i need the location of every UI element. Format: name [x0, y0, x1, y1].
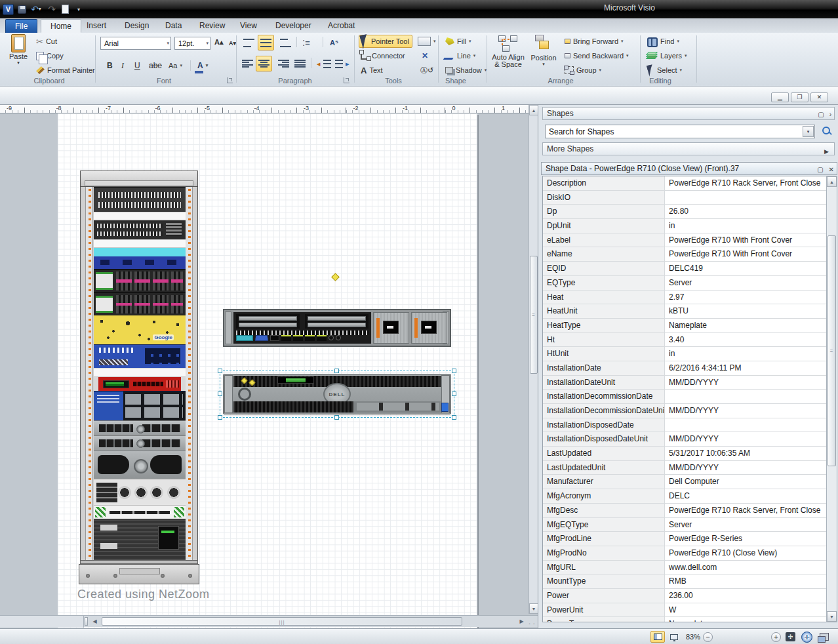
- shape-data-value[interactable]: in: [665, 219, 826, 233]
- tab-review[interactable]: Review: [190, 19, 234, 33]
- search-icon[interactable]: [822, 126, 832, 136]
- copy-button[interactable]: Copy: [34, 49, 66, 62]
- restore-window-button[interactable]: ❐: [791, 92, 808, 102]
- zoom-out-button[interactable]: −: [703, 631, 713, 643]
- rack-unit-cyan-appliance[interactable]: [94, 248, 186, 269]
- more-shapes-button[interactable]: More Shapes ▶: [542, 142, 835, 155]
- control-handle-diamond[interactable]: [331, 273, 340, 281]
- tab-home[interactable]: Home: [41, 19, 81, 33]
- shape-data-value[interactable]: PowerEdge R710 With Front Cover: [665, 247, 826, 261]
- new-document-button[interactable]: [62, 5, 69, 14]
- tab-data[interactable]: Data: [156, 19, 191, 33]
- rack-unit-switch-pair[interactable]: [94, 220, 186, 239]
- selection-handle[interactable]: [452, 415, 456, 420]
- connection-point-tool-button[interactable]: ✕: [420, 49, 430, 62]
- shape-data-value[interactable]: [665, 418, 826, 432]
- switch-windows-button[interactable]: [820, 631, 829, 643]
- rack-unit-google-appliance[interactable]: Google: [94, 315, 186, 344]
- shape-data-value[interactable]: kBTU: [665, 304, 826, 318]
- selection-handle[interactable]: [334, 415, 339, 420]
- selection-handle[interactable]: [218, 392, 222, 396]
- drawing-canvas[interactable]: -9-8-7-6-5-4-3-2-101 Google: [0, 105, 538, 628]
- tab-insert[interactable]: Insert: [77, 19, 115, 33]
- shape-data-value[interactable]: 2.97: [665, 291, 826, 304]
- undo-button[interactable]: ↶▾: [30, 3, 42, 15]
- selection-handle[interactable]: [218, 369, 222, 373]
- shape-data-value[interactable]: MM/DD/YYYY: [665, 432, 826, 446]
- rack-unit-blade-storage[interactable]: [94, 391, 186, 420]
- group-button[interactable]: Group▾: [563, 64, 603, 77]
- align-middle-button[interactable]: [258, 35, 274, 50]
- zoom-in-button[interactable]: +: [771, 631, 781, 643]
- shape-data-value[interactable]: MM/DD/YYYY: [665, 461, 826, 475]
- text-block-tool-button[interactable]: Ⓐ↺: [418, 64, 435, 77]
- shape-data-value[interactable]: PowerEdge R710 With Front Cover: [665, 233, 826, 247]
- shapes-panel-header[interactable]: Shapes ▢›: [542, 107, 835, 120]
- format-painter-button[interactable]: Format Painter: [34, 64, 97, 77]
- whole-page-view-button[interactable]: [650, 631, 665, 643]
- rack-unit-juniper-router[interactable]: [94, 344, 186, 368]
- rack-unit-f5-appliance[interactable]: [94, 377, 186, 391]
- grow-font-button[interactable]: A▴: [212, 35, 225, 49]
- cut-button[interactable]: ✂Cut: [34, 35, 59, 48]
- shape-data-value[interactable]: MM/DD/YYYY: [665, 376, 826, 390]
- rack-unit-patch-panel[interactable]: [94, 187, 186, 212]
- scroll-up-button[interactable]: ▲: [529, 105, 538, 115]
- drawing-page[interactable]: Google: [58, 113, 477, 628]
- increase-indent-button[interactable]: ▸: [333, 57, 351, 70]
- font-size-select[interactable]: 12pt.▾: [174, 37, 210, 50]
- align-center-button[interactable]: [256, 56, 272, 71]
- text-tool-button[interactable]: AText: [359, 64, 385, 77]
- bullets-button[interactable]: ⁚≡: [300, 36, 312, 49]
- server-rack-shape[interactable]: Google: [80, 171, 198, 584]
- align-left-button[interactable]: [240, 57, 255, 70]
- scroll-up-button[interactable]: ▲: [827, 176, 837, 187]
- close-window-button[interactable]: ✕: [810, 92, 828, 102]
- shadow-button[interactable]: Shadow▾: [443, 64, 489, 77]
- app-icon[interactable]: V: [3, 4, 14, 15]
- rack-unit-dell-1u-server-b[interactable]: [94, 435, 186, 450]
- save-button[interactable]: [18, 5, 26, 14]
- scroll-down-button[interactable]: ▼: [827, 611, 837, 622]
- rack-unit-storage-array-a[interactable]: [94, 269, 186, 292]
- shape-data-value[interactable]: PowerEdge R710 Rack Server, Front Close: [665, 504, 826, 517]
- shape-data-value[interactable]: in: [665, 347, 826, 361]
- tab-design[interactable]: Design: [115, 19, 158, 33]
- bring-forward-button[interactable]: Bring Forward▾: [563, 35, 626, 48]
- fill-button[interactable]: Fill▾: [443, 35, 473, 48]
- fit-page-button[interactable]: ✣: [786, 631, 795, 643]
- text-direction-button[interactable]: A⁵: [328, 36, 340, 49]
- customize-qat-button[interactable]: ▾: [73, 3, 85, 15]
- pointer-tool-button[interactable]: Pointer Tool: [359, 35, 412, 48]
- shape-data-value[interactable]: [665, 390, 826, 403]
- close-panel-icon[interactable]: ✕: [829, 164, 834, 176]
- tab-view[interactable]: View: [231, 19, 266, 33]
- paragraph-dialog-launcher[interactable]: [344, 77, 349, 83]
- align-bottom-button[interactable]: [278, 36, 293, 49]
- rack-unit-ups-stack[interactable]: [94, 519, 186, 560]
- align-right-button[interactable]: [276, 57, 291, 70]
- collapse-panel-icon[interactable]: ›: [829, 109, 831, 121]
- scrollbar-splitter[interactable]: [85, 617, 88, 626]
- shape-data-value[interactable]: PowerEdge R710 (Close View): [665, 546, 826, 560]
- shape-data-value[interactable]: PowerEdge R710 Rack Server, Front Close: [665, 176, 826, 190]
- search-input[interactable]: [545, 125, 815, 138]
- bold-button[interactable]: B: [105, 59, 115, 72]
- shape-data-value[interactable]: Server: [665, 276, 826, 290]
- selection-handle[interactable]: [334, 369, 339, 373]
- auto-align-space-button[interactable]: Auto Align & Space: [490, 34, 526, 76]
- font-dialog-launcher[interactable]: [227, 77, 233, 83]
- rack-unit-storage-array-b[interactable]: [94, 292, 186, 315]
- shape-data-value[interactable]: 236.00: [665, 589, 826, 603]
- shape-data-value[interactable]: PowerEdge R-Series: [665, 532, 826, 546]
- select-button[interactable]: Select▾: [645, 64, 684, 77]
- selection-handle[interactable]: [218, 415, 222, 420]
- float-panel-icon[interactable]: ▢: [817, 164, 823, 176]
- position-button[interactable]: Position▾: [529, 34, 559, 76]
- shape-data-value[interactable]: MM/DD/YYYY: [665, 404, 826, 418]
- selection-handle[interactable]: [452, 392, 456, 396]
- minimize-window-button[interactable]: ▁: [771, 92, 789, 102]
- shape-data-header[interactable]: Shape Data - PowerEdge R710 (Close View)…: [541, 162, 837, 175]
- rack-unit-blank-1u-c[interactable]: [94, 368, 186, 377]
- shape-data-value[interactable]: DELC419: [665, 262, 826, 275]
